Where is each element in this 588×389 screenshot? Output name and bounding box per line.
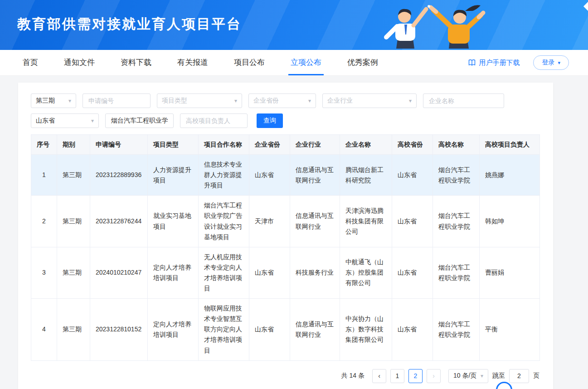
next-page-button[interactable]: › (427, 369, 441, 383)
table-cell: 中航通飞（山东）控股集团有限公司 (340, 247, 392, 298)
page-number-button[interactable]: 1 (390, 369, 404, 383)
login-button[interactable]: 登录 ▾ (533, 55, 569, 70)
university-name-input[interactable] (105, 113, 174, 128)
pagination: 共 14 条 ‹ 12 › 10 条/页 ▾ 跳至 页 (31, 369, 540, 383)
table-header-row: 序号期别申请编号项目类型项目合作名称企业省份企业行业企业名称高校省份高校名称高校… (31, 135, 540, 155)
table-cell: 信息通讯与互联网行业 (290, 299, 340, 360)
table-cell: 第三期 (57, 247, 90, 298)
search-button[interactable]: 查询 (257, 113, 283, 128)
column-header: 企业省份 (249, 135, 290, 155)
project-type-select[interactable]: 项目类型 ▾ (157, 94, 242, 108)
table-row[interactable]: 1第三期2023122889936人力资源提升项目信息技术专业群人力资源提升项目… (31, 155, 540, 196)
jump-suffix: 页 (533, 372, 539, 380)
page-number-button[interactable]: 2 (408, 369, 423, 383)
nav-menu: 首页通知文件资料下载有关报道项目公布立项公布优秀案例 (23, 50, 378, 75)
table-cell: 无人机应用技术专业定向人才培养培训项目 (199, 247, 249, 298)
enterprise-province-select[interactable]: 企业省份 ▾ (248, 94, 316, 108)
table-cell: 韩如坤 (480, 196, 540, 247)
table-cell: 烟台汽车工程职业学院 (433, 155, 480, 196)
column-header: 序号 (31, 135, 57, 155)
table-cell: 山东省 (249, 155, 290, 196)
page-size-select[interactable]: 10 条/页 ▾ (448, 369, 488, 383)
table-cell: 山东省 (392, 247, 433, 298)
column-header: 项目合作名称 (199, 135, 249, 155)
table-cell: 定向人才培养培训项目 (148, 247, 199, 298)
enterprise-name-input[interactable] (423, 94, 504, 108)
table-cell: 山东省 (249, 299, 290, 360)
prev-page-button[interactable]: ‹ (372, 369, 386, 383)
column-header: 高校名称 (433, 135, 480, 155)
column-header: 企业名称 (340, 135, 392, 155)
table-cell: 烟台汽车工程职业学院 (433, 247, 480, 298)
nav-item[interactable]: 立项公布 (291, 50, 321, 75)
table-cell: 信息通讯与互联网行业 (290, 155, 340, 196)
table-cell: 烟台汽车工程职业学院 (433, 299, 480, 360)
application-no-input[interactable] (83, 94, 151, 108)
table-row[interactable]: 4第三期2023122810152定向人才培养培训项目物联网应用技术专业智慧互联… (31, 299, 540, 360)
table-cell: 中兴协力（山东）数字科技集团有限公司 (340, 299, 392, 360)
filter-row-2: 山东省 ▾ 查询 (31, 113, 540, 128)
table-row[interactable]: 3第三期2024010210247定向人才培养培训项目无人机应用技术专业定向人才… (31, 247, 540, 298)
university-province-select[interactable]: 山东省 ▾ (31, 113, 99, 128)
table-cell: 烟台汽车工程职业学院广告设计就业实习基地项目 (199, 196, 249, 247)
column-header: 高校项目负责人 (480, 135, 540, 155)
table-cell: 3 (31, 247, 57, 298)
table-cell: 第三期 (57, 155, 90, 196)
table-cell: 第三期 (57, 299, 90, 360)
period-select-value: 第三期 (36, 97, 55, 105)
login-label: 登录 (542, 59, 554, 67)
table-cell: 第三期 (57, 196, 90, 247)
chevron-down-icon: ▾ (481, 373, 483, 379)
enterprise-industry-select[interactable]: 企业行业 ▾ (322, 94, 417, 108)
total-count: 共 14 条 (341, 372, 364, 380)
nav-item[interactable]: 有关报道 (177, 50, 208, 75)
manual-download-link[interactable]: 用户手册下载 (468, 59, 520, 67)
column-header: 高校省份 (392, 135, 433, 155)
header-banner: 教育部供需对接就业育人项目平台 (0, 0, 588, 50)
jump-label: 跳至 (492, 372, 505, 380)
table-body: 1第三期2023122889936人力资源提升项目信息技术专业群人力资源提升项目… (31, 155, 540, 361)
university-leader-input[interactable] (180, 113, 248, 128)
nav-item[interactable]: 项目公布 (234, 50, 265, 75)
university-province-value: 山东省 (36, 117, 55, 125)
nav-item[interactable]: 优秀案例 (347, 50, 378, 75)
table-cell: 信息技术专业群人力资源提升项目 (199, 155, 249, 196)
table-cell: 山东省 (249, 247, 290, 298)
period-select[interactable]: 第三期 ▾ (31, 94, 76, 108)
chevron-down-icon: ▾ (409, 98, 412, 103)
page-buttons: 12 (390, 369, 423, 383)
nav-item[interactable]: 资料下载 (121, 50, 151, 75)
filter-row-1: 第三期 ▾ 项目类型 ▾ 企业省份 ▾ 企业行业 ▾ (31, 94, 540, 108)
page-title: 教育部供需对接就业育人项目平台 (17, 15, 242, 34)
manual-download-label: 用户手册下载 (479, 59, 520, 67)
table-cell: 定向人才培养培训项目 (148, 299, 199, 360)
table-cell: 人力资源提升项目 (148, 155, 199, 196)
corner-arrow-icon[interactable] (583, 2, 588, 11)
column-header: 期别 (57, 135, 90, 155)
table-cell: 腾讯烟台新工科研究院 (340, 155, 392, 196)
table-cell: 烟台汽车工程职业学院 (433, 196, 480, 247)
project-type-placeholder: 项目类型 (162, 97, 187, 105)
book-icon (468, 59, 476, 66)
table-cell: 信息通讯与互联网行业 (290, 196, 340, 247)
enterprise-province-placeholder: 企业省份 (253, 97, 279, 105)
table-cell: 曹丽娟 (480, 247, 540, 298)
chevron-down-icon: ▾ (234, 98, 237, 103)
chevron-down-icon: ▾ (91, 118, 94, 123)
table-cell: 4 (31, 299, 57, 360)
table-cell: 山东省 (392, 155, 433, 196)
table-cell: 物联网应用技术专业智慧互联方向定向人才培养培训项目 (199, 299, 249, 360)
nav-right: 用户手册下载 登录 ▾ (468, 55, 569, 70)
column-header: 申请编号 (90, 135, 148, 155)
table-cell: 2023122889936 (90, 155, 148, 196)
table-row[interactable]: 2第三期2023122876244就业实习基地项目烟台汽车工程职业学院广告设计就… (31, 196, 540, 247)
table-cell: 科技服务行业 (290, 247, 340, 298)
nav-item[interactable]: 首页 (23, 50, 38, 75)
nav-item[interactable]: 通知文件 (64, 50, 95, 75)
table-cell: 山东省 (392, 196, 433, 247)
column-header: 企业行业 (290, 135, 340, 155)
main-nav: 首页通知文件资料下载有关报道项目公布立项公布优秀案例 用户手册下载 登录 ▾ (0, 50, 588, 75)
jump-page-input[interactable] (509, 369, 529, 383)
results-table: 序号期别申请编号项目类型项目合作名称企业省份企业行业企业名称高校省份高校名称高校… (31, 134, 540, 361)
table-cell: 2023122876244 (90, 196, 148, 247)
